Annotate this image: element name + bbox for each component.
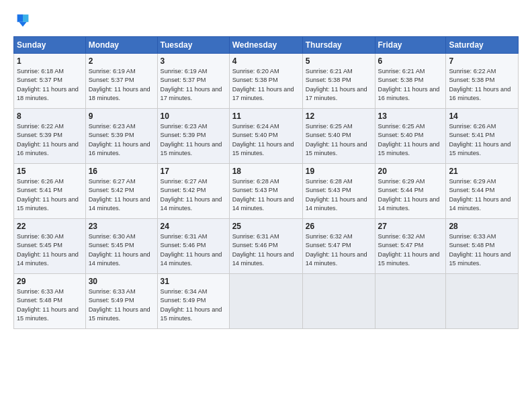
day-number: 27 (378, 222, 443, 231)
calendar-day-header: Tuesday (157, 37, 229, 54)
day-info: Sunrise: 6:30 AMSunset: 5:45 PMDaylight:… (89, 233, 150, 267)
calendar-cell: 23Sunrise: 6:30 AMSunset: 5:45 PMDayligh… (85, 219, 157, 274)
calendar-day-header: Saturday (446, 37, 519, 54)
day-number: 11 (232, 111, 300, 121)
calendar-cell: 20Sunrise: 6:29 AMSunset: 5:44 PMDayligh… (375, 164, 446, 219)
day-number: 2 (89, 56, 154, 66)
day-info: Sunrise: 6:20 AMSunset: 5:38 PMDaylight:… (232, 68, 294, 101)
calendar-cell: 31Sunrise: 6:34 AMSunset: 5:49 PMDayligh… (157, 274, 229, 329)
calendar-cell: 8Sunrise: 6:22 AMSunset: 5:39 PMDaylight… (14, 109, 86, 164)
day-number: 4 (232, 56, 300, 66)
calendar-cell: 1Sunrise: 6:18 AMSunset: 5:37 PMDaylight… (14, 54, 86, 109)
day-number: 1 (17, 56, 83, 66)
calendar-cell (375, 274, 446, 329)
calendar-week-row: 1Sunrise: 6:18 AMSunset: 5:37 PMDaylight… (14, 54, 519, 109)
day-number: 22 (17, 222, 83, 231)
day-number: 6 (378, 56, 443, 66)
day-number: 21 (449, 167, 515, 176)
calendar-week-row: 8Sunrise: 6:22 AMSunset: 5:39 PMDaylight… (14, 109, 519, 164)
calendar-cell: 22Sunrise: 6:30 AMSunset: 5:45 PMDayligh… (14, 219, 86, 274)
day-number: 16 (89, 167, 154, 176)
calendar-week-row: 29Sunrise: 6:33 AMSunset: 5:48 PMDayligh… (14, 274, 519, 329)
calendar-header-row: SundayMondayTuesdayWednesdayThursdayFrid… (14, 37, 519, 54)
day-info: Sunrise: 6:27 AMSunset: 5:42 PMDaylight:… (161, 178, 222, 212)
day-info: Sunrise: 6:28 AMSunset: 5:43 PMDaylight:… (306, 178, 367, 212)
header (13, 11, 519, 30)
calendar-cell: 14Sunrise: 6:26 AMSunset: 5:41 PMDayligh… (446, 109, 519, 164)
day-info: Sunrise: 6:27 AMSunset: 5:42 PMDaylight:… (89, 178, 150, 212)
calendar-cell: 12Sunrise: 6:25 AMSunset: 5:40 PMDayligh… (302, 109, 375, 164)
calendar-day-header: Thursday (302, 37, 375, 54)
day-number: 30 (89, 277, 154, 286)
calendar-cell: 30Sunrise: 6:33 AMSunset: 5:49 PMDayligh… (85, 274, 157, 329)
day-number: 14 (449, 111, 515, 121)
day-number: 5 (306, 56, 372, 66)
day-info: Sunrise: 6:34 AMSunset: 5:49 PMDaylight:… (161, 288, 222, 322)
day-info: Sunrise: 6:31 AMSunset: 5:46 PMDaylight:… (161, 233, 222, 267)
calendar-cell (446, 274, 519, 329)
day-number: 7 (449, 56, 515, 66)
logo (13, 11, 35, 30)
page: SundayMondayTuesdayWednesdayThursdayFrid… (0, 0, 532, 411)
calendar-cell (229, 274, 302, 329)
day-number: 20 (378, 167, 443, 176)
day-number: 29 (17, 277, 83, 286)
day-number: 3 (161, 56, 226, 66)
day-info: Sunrise: 6:23 AMSunset: 5:39 PMDaylight:… (89, 123, 150, 156)
day-number: 25 (232, 222, 300, 231)
day-number: 17 (161, 167, 226, 176)
calendar-cell: 9Sunrise: 6:23 AMSunset: 5:39 PMDaylight… (85, 109, 157, 164)
day-info: Sunrise: 6:25 AMSunset: 5:40 PMDaylight:… (306, 123, 367, 156)
day-number: 13 (378, 111, 443, 121)
day-info: Sunrise: 6:23 AMSunset: 5:39 PMDaylight:… (161, 123, 222, 156)
day-number: 28 (449, 222, 515, 231)
logo-icon (13, 11, 32, 30)
calendar-week-row: 22Sunrise: 6:30 AMSunset: 5:45 PMDayligh… (14, 219, 519, 274)
day-info: Sunrise: 6:32 AMSunset: 5:47 PMDaylight:… (306, 233, 367, 267)
calendar-cell: 13Sunrise: 6:25 AMSunset: 5:40 PMDayligh… (375, 109, 446, 164)
calendar-cell: 25Sunrise: 6:31 AMSunset: 5:46 PMDayligh… (229, 219, 302, 274)
calendar-cell: 24Sunrise: 6:31 AMSunset: 5:46 PMDayligh… (157, 219, 229, 274)
calendar-cell: 27Sunrise: 6:32 AMSunset: 5:47 PMDayligh… (375, 219, 446, 274)
calendar-cell: 16Sunrise: 6:27 AMSunset: 5:42 PMDayligh… (85, 164, 157, 219)
calendar-cell: 10Sunrise: 6:23 AMSunset: 5:39 PMDayligh… (157, 109, 229, 164)
day-info: Sunrise: 6:33 AMSunset: 5:48 PMDaylight:… (449, 233, 511, 267)
day-info: Sunrise: 6:25 AMSunset: 5:40 PMDaylight:… (378, 123, 440, 156)
calendar-cell: 5Sunrise: 6:21 AMSunset: 5:38 PMDaylight… (302, 54, 375, 109)
day-info: Sunrise: 6:33 AMSunset: 5:49 PMDaylight:… (89, 288, 150, 322)
day-info: Sunrise: 6:31 AMSunset: 5:46 PMDaylight:… (232, 233, 294, 267)
calendar-cell: 4Sunrise: 6:20 AMSunset: 5:38 PMDaylight… (229, 54, 302, 109)
day-number: 18 (232, 167, 300, 176)
day-number: 23 (89, 222, 154, 231)
calendar-cell: 3Sunrise: 6:19 AMSunset: 5:37 PMDaylight… (157, 54, 229, 109)
day-info: Sunrise: 6:19 AMSunset: 5:37 PMDaylight:… (89, 68, 150, 101)
day-number: 26 (306, 222, 372, 231)
day-info: Sunrise: 6:21 AMSunset: 5:38 PMDaylight:… (378, 68, 440, 101)
calendar-cell (302, 274, 375, 329)
day-info: Sunrise: 6:18 AMSunset: 5:37 PMDaylight:… (17, 68, 79, 101)
day-info: Sunrise: 6:33 AMSunset: 5:48 PMDaylight:… (17, 288, 79, 322)
day-info: Sunrise: 6:24 AMSunset: 5:40 PMDaylight:… (232, 123, 294, 156)
day-info: Sunrise: 6:26 AMSunset: 5:41 PMDaylight:… (17, 178, 79, 212)
calendar-cell: 17Sunrise: 6:27 AMSunset: 5:42 PMDayligh… (157, 164, 229, 219)
calendar-cell: 6Sunrise: 6:21 AMSunset: 5:38 PMDaylight… (375, 54, 446, 109)
day-info: Sunrise: 6:28 AMSunset: 5:43 PMDaylight:… (232, 178, 294, 212)
day-info: Sunrise: 6:29 AMSunset: 5:44 PMDaylight:… (378, 178, 440, 212)
calendar-day-header: Monday (85, 37, 157, 54)
calendar-cell: 7Sunrise: 6:22 AMSunset: 5:38 PMDaylight… (446, 54, 519, 109)
calendar-day-header: Wednesday (229, 37, 302, 54)
calendar-cell: 11Sunrise: 6:24 AMSunset: 5:40 PMDayligh… (229, 109, 302, 164)
calendar-week-row: 15Sunrise: 6:26 AMSunset: 5:41 PMDayligh… (14, 164, 519, 219)
calendar-cell: 19Sunrise: 6:28 AMSunset: 5:43 PMDayligh… (302, 164, 375, 219)
day-number: 9 (89, 111, 154, 121)
day-info: Sunrise: 6:19 AMSunset: 5:37 PMDaylight:… (161, 68, 222, 101)
day-info: Sunrise: 6:29 AMSunset: 5:44 PMDaylight:… (449, 178, 511, 212)
day-info: Sunrise: 6:32 AMSunset: 5:47 PMDaylight:… (378, 233, 440, 267)
day-number: 8 (17, 111, 83, 121)
day-info: Sunrise: 6:21 AMSunset: 5:38 PMDaylight:… (306, 68, 367, 101)
calendar-cell: 29Sunrise: 6:33 AMSunset: 5:48 PMDayligh… (14, 274, 86, 329)
day-number: 12 (306, 111, 372, 121)
day-info: Sunrise: 6:22 AMSunset: 5:38 PMDaylight:… (449, 68, 511, 101)
calendar-day-header: Friday (375, 37, 446, 54)
day-number: 10 (161, 111, 226, 121)
